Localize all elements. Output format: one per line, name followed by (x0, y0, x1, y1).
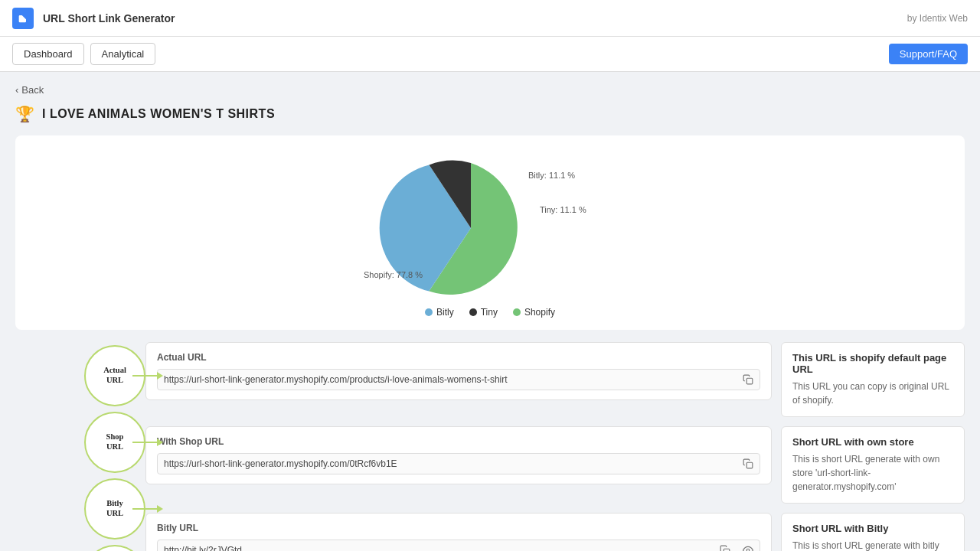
shopify-legend-dot (513, 308, 521, 316)
header-left: URL Short Link Generator (12, 8, 175, 29)
pie-chart: Bitly: 11.1 % Tiny: 11.1 % Shopify: 77.8… (352, 148, 628, 301)
app-icon (12, 8, 34, 29)
shopify-legend-label: Shopify (524, 307, 555, 318)
tiny-legend-dot (469, 308, 477, 316)
url-card-title-shop: With Shop URL (157, 436, 760, 447)
bubble-actual: ActualURL (15, 342, 145, 409)
analytical-button[interactable]: Analytical (90, 43, 156, 65)
url-input-wrap-actual (157, 369, 760, 390)
url-input-bitly[interactable] (158, 540, 714, 551)
info-card-actual: This URL is shopify default page URLThis… (781, 342, 965, 417)
url-card-title-bitly: Bitly URL (157, 523, 760, 533)
copy-button-shop[interactable] (737, 454, 760, 474)
chart-legend: Bitly Tiny Shopify (425, 307, 555, 318)
bubble-arrow-bitly (132, 508, 159, 510)
info-card-bitly: Short URL with BitlyThis is short URL ge… (781, 513, 965, 551)
url-layout: ActualURLShopURLBitlyURLTinyURL Actual U… (15, 342, 965, 551)
url-input-actual[interactable] (158, 370, 737, 390)
back-label: Back (21, 84, 44, 96)
product-title: I LOVE ANIMALS WOMEN'S T SHIRTS (42, 107, 275, 121)
legend-bitly: Bitly (425, 307, 454, 318)
nav-bar: Dashboard Analytical Support/FAQ (0, 37, 980, 72)
main-content: ‹ Back 🏆 I LOVE ANIMALS WOMEN'S T SHIRTS (0, 72, 980, 551)
url-card-title-actual: Actual URL (157, 352, 760, 363)
copy-button-bitly[interactable] (714, 540, 737, 551)
product-header: 🏆 I LOVE ANIMALS WOMEN'S T SHIRTS (15, 105, 965, 123)
back-link[interactable]: ‹ Back (15, 84, 965, 96)
shopify-chart-label: Shopify: 77.8 % (364, 270, 423, 279)
bitly-legend-label: Bitly (436, 307, 454, 318)
chart-section: Bitly: 11.1 % Tiny: 11.1 % Shopify: 77.8… (15, 135, 965, 330)
url-row-shop: With Shop URLShort URL with own storeThi… (145, 426, 965, 504)
url-input-wrap-shop (157, 453, 760, 474)
support-faq-button[interactable]: Support/FAQ (889, 44, 968, 64)
info-card-title-shop: Short URL with own store (792, 436, 953, 448)
info-card-text-shop: This is short URL generate with own stor… (792, 452, 953, 494)
url-card-shop: With Shop URL (145, 426, 772, 484)
eye-button-bitly[interactable] (737, 540, 760, 551)
url-row-bitly: Bitly URLShort URL with BitlyThis is sho… (145, 513, 965, 551)
copy-button-actual[interactable] (737, 370, 760, 390)
by-label: by Identix Web (907, 13, 968, 24)
info-card-shop: Short URL with own storeThis is short UR… (781, 426, 965, 504)
app-title: URL Short Link Generator (43, 12, 175, 24)
bubbles-sidebar: ActualURLShopURLBitlyURLTinyURL (15, 342, 145, 551)
info-card-text-bitly: This is short URL generate with bitly 'b… (792, 539, 953, 551)
bubble-arrow-shop (132, 442, 159, 443)
url-input-wrap-bitly (157, 540, 760, 551)
back-chevron-icon: ‹ (15, 84, 18, 96)
product-icon: 🏆 (15, 105, 34, 123)
bubble-arrow-actual (132, 375, 159, 377)
nav-buttons: Dashboard Analytical (12, 43, 155, 65)
url-card-bitly: Bitly URL (145, 513, 772, 551)
legend-shopify: Shopify (513, 307, 555, 318)
bubble-circle-tiny: TinyURL (84, 545, 145, 552)
bubble-shop: ShopURL (15, 409, 145, 475)
tiny-legend-label: Tiny (481, 307, 498, 318)
info-card-text-actual: This URL you can copy is original URL of… (792, 380, 953, 407)
info-card-title-actual: This URL is shopify default page URL (792, 352, 953, 375)
legend-tiny: Tiny (469, 307, 498, 318)
url-content: Actual URLThis URL is shopify default pa… (145, 342, 965, 551)
svg-rect-0 (746, 378, 753, 384)
svg-rect-1 (746, 462, 753, 468)
url-card-actual: Actual URL (145, 342, 772, 400)
header: URL Short Link Generator by Identix Web (0, 0, 980, 37)
bitly-chart-label: Bitly: 11.1 % (528, 171, 575, 180)
url-row-actual: Actual URLThis URL is shopify default pa… (145, 342, 965, 417)
bubble-bitly: BitlyURL (15, 475, 145, 542)
info-card-title-bitly: Short URL with Bitly (792, 523, 953, 534)
bubble-tiny: TinyURL (15, 542, 145, 551)
dashboard-button[interactable]: Dashboard (12, 43, 84, 65)
url-input-shop[interactable] (158, 454, 737, 474)
tiny-chart-label: Tiny: 11.1 % (540, 205, 586, 214)
bitly-legend-dot (425, 308, 433, 316)
